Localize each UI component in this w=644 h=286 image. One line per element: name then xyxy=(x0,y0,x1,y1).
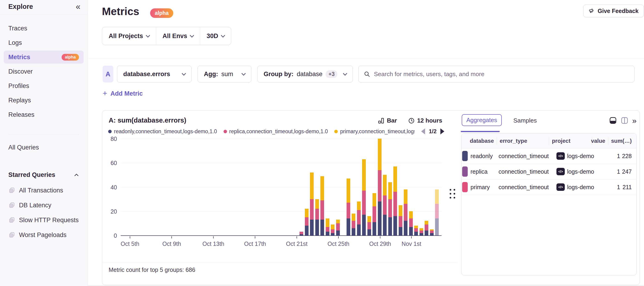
stacked-bar[interactable] xyxy=(315,199,319,235)
legend-label: replica,connection_timeout,logs-demo,1.0 xyxy=(229,128,328,135)
stacked-bar[interactable] xyxy=(409,211,413,235)
bar-segment xyxy=(310,199,314,220)
bar-segment xyxy=(352,228,355,235)
starred-query-label: All Transactions xyxy=(19,187,63,194)
environment-filter-dropdown[interactable]: All Envs xyxy=(156,27,200,45)
bar-segment xyxy=(424,230,428,235)
sidebar-item-label: Discover xyxy=(8,68,33,75)
legend-dot-icon xyxy=(108,130,112,133)
stacked-bar[interactable] xyxy=(399,205,402,235)
sidebar-item-metrics[interactable]: Metricsalpha xyxy=(4,51,84,64)
split-rows-layout-icon[interactable] xyxy=(609,116,617,124)
sidebar-item-discover[interactable]: Discover xyxy=(4,65,84,78)
table-row[interactable]: readonlyconnection_timeout</>logs-demo12… xyxy=(462,148,636,164)
alpha-badge: alpha xyxy=(150,8,173,18)
aggregates-table: database error_type project value sum(…)… xyxy=(461,133,636,275)
stacked-bar[interactable] xyxy=(346,179,350,235)
stacked-bar[interactable] xyxy=(310,173,314,235)
sidebar-item-replays[interactable]: Replays xyxy=(4,94,84,107)
stacked-bar[interactable] xyxy=(305,209,308,235)
stacked-bar[interactable] xyxy=(430,229,434,235)
give-feedback-button[interactable]: Give Feedback xyxy=(583,5,644,17)
alpha-badge: alpha xyxy=(62,54,79,61)
cell-value: 1 xyxy=(604,168,620,175)
stacked-bar[interactable] xyxy=(357,202,361,235)
x-axis-tick xyxy=(172,236,172,238)
starred-query-db-latency[interactable]: DB Latency xyxy=(4,198,84,212)
table-row[interactable]: replicaconnection_timeout</>logs-demo124… xyxy=(462,164,636,180)
sidebar-item-label: Profiles xyxy=(8,82,29,90)
sidebar-item-profiles[interactable]: Profiles xyxy=(4,79,84,92)
column-header-value[interactable]: value xyxy=(592,137,608,145)
bar-segment xyxy=(362,159,366,191)
plot-area[interactable]: 020406080Oct 5thOct 9thOct 13thOct 17thO… xyxy=(121,139,442,236)
starred-query-worst-pageloads[interactable]: Worst Pageloads xyxy=(4,228,84,242)
column-header-database[interactable]: database xyxy=(462,137,497,145)
date-range-dropdown[interactable]: 30D xyxy=(200,27,231,45)
column-header-error-type[interactable]: error_type xyxy=(497,137,549,145)
collapse-sidebar-icon[interactable]: « xyxy=(76,2,80,12)
tab-aggregates[interactable]: Aggregates xyxy=(462,114,502,126)
stacked-bar[interactable] xyxy=(383,175,387,235)
bar-segment xyxy=(357,202,361,210)
starred-queries-header[interactable]: Starred Queries xyxy=(8,171,79,179)
column-header-sum[interactable]: sum(…) xyxy=(608,137,636,145)
column-header-project[interactable]: project xyxy=(549,137,592,145)
legend-item-replica[interactable]: replica,connection_timeout,logs-demo,1.0 xyxy=(224,128,328,135)
expand-panel-icon[interactable]: » xyxy=(632,116,636,124)
stacked-bar[interactable] xyxy=(326,218,330,235)
bar-segment xyxy=(435,204,439,218)
add-metric-button[interactable]: + Add Metric xyxy=(102,90,143,98)
legend-label: primary,connection_timeout,logs-demo,1.0 xyxy=(340,128,415,135)
stacked-bar[interactable] xyxy=(378,138,382,235)
stacked-bar[interactable] xyxy=(424,221,428,235)
copy-icon xyxy=(8,187,15,194)
starred-query-slow-http-requests[interactable]: Slow HTTP Requests xyxy=(4,213,84,227)
bar-segment xyxy=(414,226,418,228)
bar-segment xyxy=(414,228,418,232)
stacked-bar[interactable] xyxy=(372,193,376,235)
stacked-bar[interactable] xyxy=(368,216,371,235)
stacked-bar[interactable] xyxy=(435,189,439,235)
next-page-icon[interactable] xyxy=(440,128,444,134)
starred-query-label: Slow HTTP Requests xyxy=(19,217,79,224)
sidebar-item-releases[interactable]: Releases xyxy=(4,108,84,121)
split-columns-layout-icon[interactable] xyxy=(620,116,628,124)
sidebar-item-logs[interactable]: Logs xyxy=(4,36,84,49)
stacked-bar[interactable] xyxy=(352,214,355,235)
tab-samples[interactable]: Samples xyxy=(513,117,537,124)
stacked-bar[interactable] xyxy=(300,232,303,235)
table-row[interactable]: primaryconnection_timeout</>logs-demo121… xyxy=(462,180,636,195)
stacked-bar[interactable] xyxy=(336,220,340,235)
legend-item-primary[interactable]: primary,connection_timeout,logs-demo,1.0 xyxy=(334,128,415,135)
chevron-down-icon xyxy=(190,33,194,37)
panel-resize-handle[interactable] xyxy=(450,189,455,199)
chart-type-selector[interactable]: Bar xyxy=(378,117,397,124)
starred-query-all-transactions[interactable]: All Transactions xyxy=(4,183,84,197)
stacked-bar[interactable] xyxy=(420,228,423,235)
metric-select-dropdown[interactable]: database.errors xyxy=(117,66,192,82)
bar-segment xyxy=(388,182,392,199)
table-header-row: database error_type project value sum(…) xyxy=(462,133,636,148)
bar-segment xyxy=(388,199,392,217)
aggregate-dropdown[interactable]: Agg: sum xyxy=(198,66,251,82)
sidebar-item-all-queries[interactable]: All Queries xyxy=(8,144,39,151)
stacked-bar[interactable] xyxy=(320,176,324,235)
group-by-label: Group by: xyxy=(264,71,294,78)
stacked-bar[interactable] xyxy=(388,182,392,235)
stacked-bar[interactable] xyxy=(414,226,418,235)
bar-segment xyxy=(409,227,413,235)
stacked-bar[interactable] xyxy=(404,189,408,235)
group-by-dropdown[interactable]: Group by: database +3 xyxy=(257,66,353,82)
interval-selector[interactable]: 12 hours xyxy=(408,117,442,124)
sidebar-item-traces[interactable]: Traces xyxy=(4,22,84,35)
chevron-down-icon xyxy=(182,71,186,75)
previous-page-icon[interactable] xyxy=(421,128,425,134)
stacked-bar[interactable] xyxy=(331,224,334,235)
project-filter-dropdown[interactable]: All Projects xyxy=(102,27,156,45)
stacked-bar[interactable] xyxy=(362,159,366,235)
stacked-bar[interactable] xyxy=(393,167,397,235)
legend-item-readonly[interactable]: readonly,connection_timeout,logs-demo,1.… xyxy=(108,128,217,135)
search-input[interactable] xyxy=(374,71,629,78)
bar-segment xyxy=(336,223,340,230)
